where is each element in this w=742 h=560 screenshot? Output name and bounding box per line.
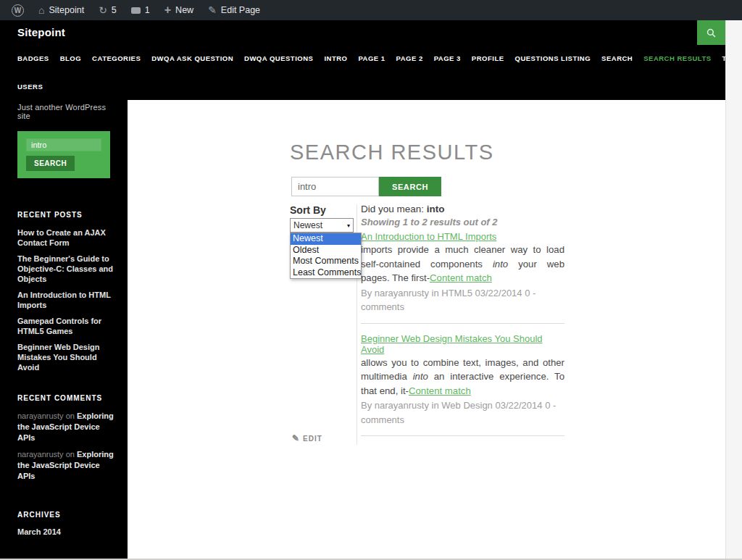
page-title: SEARCH RESULTS (290, 141, 494, 164)
updates-count: 5 (112, 5, 117, 15)
home-icon: ⌂ (38, 5, 44, 15)
recent-posts-heading: RECENT POSTS (17, 211, 114, 219)
result-excerpt: imports provide a much cleaner way to lo… (361, 243, 564, 285)
pencil-icon: ✎ (208, 5, 217, 15)
sidebar-search-widget: SEARCH (17, 131, 110, 178)
sort-dropdown-list: Newest Oldest Most Comments Least Commen… (290, 233, 362, 279)
nav-item-dwqa-questions[interactable]: DWQA QUESTIONS (244, 54, 313, 62)
site-header: Sitepoint BADGES BLOG CATEGORIES DWQA AS… (0, 20, 725, 100)
wp-logo-menu[interactable]: W (4, 0, 31, 20)
search-result: An Introduction to HTML Imports imports … (361, 230, 564, 314)
archive-link[interactable]: March 2014 (17, 527, 114, 536)
main-nav-row1: BADGES BLOG CATEGORIES DWQA ASK QUESTION… (17, 54, 742, 62)
comments-count: 1 (145, 5, 150, 15)
results-count: Showing 1 to 2 results out of 2 (361, 217, 564, 227)
new-label: New (175, 5, 193, 15)
wp-admin-bar: W ⌂ Sitepoint ↻ 5 1 + New ✎ Edit Page (0, 0, 742, 20)
search-result: Beginner Web Design Mistakes You Should … (361, 333, 564, 427)
content-match-link[interactable]: Content match (409, 385, 471, 396)
main-nav-row2: USERS (17, 83, 43, 91)
nav-item-users[interactable]: USERS (17, 83, 43, 91)
recent-post-link[interactable]: Gamepad Controls for HTML5 Games (17, 316, 114, 336)
result-meta: By narayanrusty in Web Design 03/22/2014… (361, 398, 564, 427)
sort-option-oldest[interactable]: Oldest (291, 245, 361, 256)
sort-option-least-comments[interactable]: Least Comments (291, 267, 361, 279)
recent-post-link[interactable]: The Beginner's Guide to Objective-C: Cla… (17, 254, 114, 284)
admin-bar-new[interactable]: + New (157, 0, 201, 20)
content-match-link[interactable]: Content match (430, 272, 492, 283)
chevron-down-icon: ▾ (347, 222, 350, 229)
admin-bar-comments[interactable]: 1 (124, 0, 157, 20)
result-divider (361, 323, 564, 324)
sort-select[interactable]: Newest ▾ (290, 218, 354, 233)
recent-post-link[interactable]: An Introduction to HTML Imports (17, 290, 114, 310)
nav-item-blog[interactable]: BLOG (60, 54, 81, 62)
comment-author: narayanrusty (17, 411, 64, 420)
nav-item-page-1[interactable]: PAGE 1 (358, 54, 385, 62)
search-input[interactable] (291, 177, 379, 196)
result-excerpt: allows you to combine text, images, and … (361, 356, 564, 398)
search-button[interactable]: SEARCH (379, 177, 441, 196)
nav-item-questions-listing[interactable]: QUESTIONS LISTING (515, 54, 591, 62)
search-form: SEARCH (291, 177, 441, 196)
comment-author: narayanrusty (17, 450, 64, 459)
result-title-link[interactable]: Beginner Web Design Mistakes You Should … (361, 333, 564, 355)
recent-posts-list: How to Create an AJAX Contact Form The B… (17, 227, 114, 372)
sidebar: Just another WordPress site SEARCH RECEN… (0, 100, 128, 560)
header-search-button[interactable] (697, 20, 725, 45)
search-icon (706, 28, 717, 38)
edit-page-link[interactable]: ✎ EDIT (292, 433, 322, 443)
result-meta: By narayanrusty in HTML5 03/22/2014 0 - … (361, 286, 564, 314)
edit-label: EDIT (303, 435, 322, 443)
nav-item-dwqa-ask-question[interactable]: DWQA ASK QUESTION (151, 54, 233, 62)
nav-item-page-3[interactable]: PAGE 3 (434, 54, 461, 62)
search-results-list: Did you mean: into Showing 1 to 2 result… (361, 204, 564, 446)
browser-scrollbar-area[interactable] (725, 20, 742, 560)
sort-option-most-comments[interactable]: Most Comments (291, 256, 361, 267)
result-title-link[interactable]: An Introduction to HTML Imports (361, 231, 496, 242)
plus-icon: + (164, 4, 171, 16)
nav-item-categories[interactable]: CATEGORIES (92, 54, 141, 62)
nav-item-badges[interactable]: BADGES (17, 54, 49, 62)
updates-icon: ↻ (99, 5, 107, 15)
archives-heading: ARCHIVES (17, 511, 114, 519)
recent-post-link[interactable]: Beginner Web Design Mistakes You Should … (17, 342, 114, 372)
nav-item-search[interactable]: SEARCH (601, 54, 633, 62)
nav-item-page-2[interactable]: PAGE 2 (396, 54, 423, 62)
sidebar-search-input[interactable] (26, 138, 101, 151)
nav-item-search-results[interactable]: SEARCH RESULTS (643, 54, 711, 62)
admin-bar-updates[interactable]: ↻ 5 (91, 0, 124, 20)
sort-by-label: Sort By (290, 204, 362, 216)
sidebar-search-button[interactable]: SEARCH (26, 156, 75, 171)
sort-column: Sort By Newest ▾ Newest Oldest Most Comm… (290, 204, 362, 279)
comments-icon (131, 7, 141, 14)
admin-bar-site-label: Sitepoint (49, 5, 84, 15)
nav-item-intro[interactable]: INTRO (324, 54, 347, 62)
did-you-mean-suggestion[interactable]: into (427, 204, 445, 214)
site-tagline: Just another WordPress site (17, 103, 114, 120)
recent-comments-list: narayanrusty on Exploring the JavaScript… (17, 411, 114, 482)
recent-post-link[interactable]: How to Create an AJAX Contact Form (17, 227, 114, 248)
admin-bar-edit-page[interactable]: ✎ Edit Page (201, 0, 267, 20)
edit-page-label: Edit Page (221, 5, 260, 15)
sort-option-newest[interactable]: Newest (291, 233, 361, 245)
pencil-icon: ✎ (292, 433, 300, 443)
did-you-mean: Did you mean: into (361, 204, 564, 214)
site-title[interactable]: Sitepoint (17, 26, 65, 38)
recent-comments-heading: RECENT COMMENTS (17, 394, 114, 402)
wordpress-logo-icon: W (12, 4, 24, 17)
recent-comment: narayanrusty on Exploring the JavaScript… (17, 411, 114, 443)
admin-bar-site-name[interactable]: ⌂ Sitepoint (31, 0, 91, 20)
result-divider (361, 435, 564, 436)
nav-item-profile[interactable]: PROFILE (472, 54, 504, 62)
recent-comment: narayanrusty on Exploring the JavaScript… (17, 449, 114, 482)
main-content: SEARCH RESULTS SEARCH Sort By Newest ▾ N… (128, 100, 725, 560)
sort-selected-value: Newest (293, 220, 322, 230)
